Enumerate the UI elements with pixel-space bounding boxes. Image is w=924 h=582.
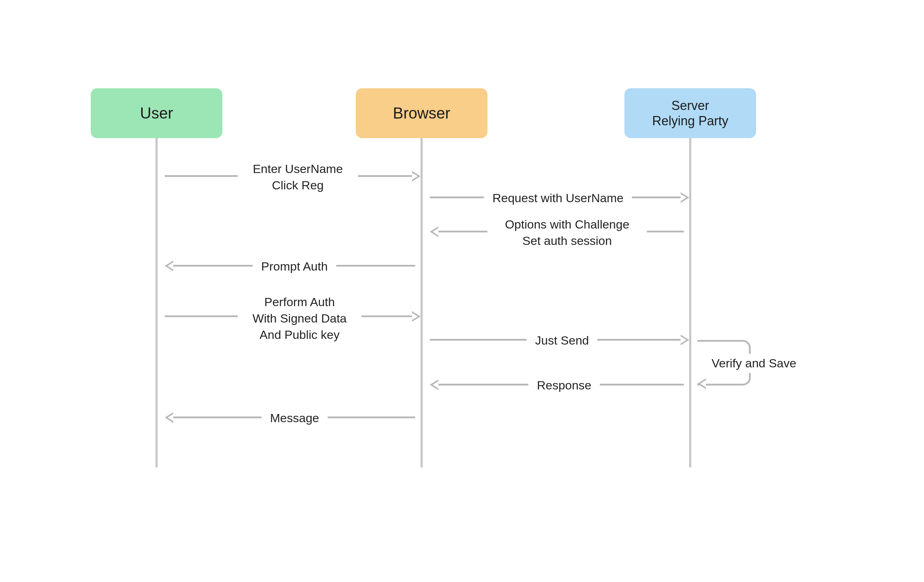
msg-verify-save: Verify and Save xyxy=(708,354,800,373)
lifeline-user xyxy=(155,138,158,467)
arrow-just-send-head xyxy=(681,335,689,345)
msg-perform-auth: Perform Auth With Signed Data And Public… xyxy=(238,293,361,345)
msg-response: Response xyxy=(528,376,600,395)
actor-server-label-2: Relying Party xyxy=(652,113,728,129)
arrow-response-head xyxy=(430,379,438,390)
actor-user-label: User xyxy=(140,104,173,123)
arrow-request-username-head xyxy=(681,192,689,203)
arrow-verify-save-head xyxy=(697,379,706,389)
arrow-message-head xyxy=(165,412,173,423)
arrow-options-challenge-head xyxy=(430,227,438,237)
msg-just-send: Just Send xyxy=(526,331,597,350)
arrow-perform-auth-head xyxy=(412,311,421,322)
sequence-diagram: User Browser Server Relying Party Enter … xyxy=(0,0,924,582)
actor-server-label-1: Server xyxy=(672,98,709,113)
lifeline-browser xyxy=(421,138,423,467)
msg-enter-username: Enter UserName Click Reg xyxy=(238,159,358,195)
actor-browser: Browser xyxy=(356,88,487,138)
msg-options-challenge: Options with Challenge Set auth session xyxy=(487,215,647,251)
actor-browser-label: Browser xyxy=(393,104,450,123)
arrow-enter-username-head xyxy=(412,171,421,182)
lifeline-server xyxy=(689,138,691,467)
actor-server: Server Relying Party xyxy=(624,88,756,138)
arrow-prompt-auth-head xyxy=(165,261,173,271)
msg-request-username: Request with UserName xyxy=(484,188,632,208)
msg-message: Message xyxy=(262,408,328,428)
actor-user: User xyxy=(91,88,223,138)
msg-prompt-auth: Prompt Auth xyxy=(252,257,336,276)
